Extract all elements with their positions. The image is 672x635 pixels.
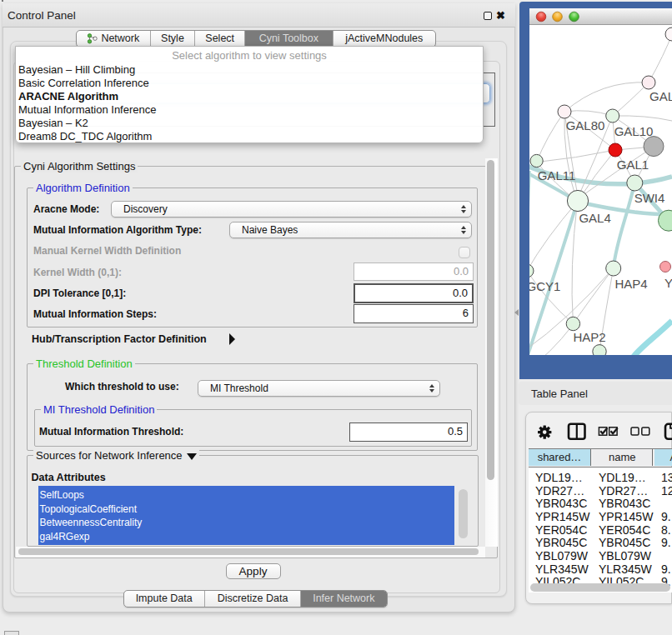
svg-text:GAL7: GAL7 [649,89,672,103]
svg-text:GAL1: GAL1 [617,158,649,172]
svg-text:GAL10: GAL10 [614,124,654,138]
svg-text:GAL11: GAL11 [538,168,576,182]
svg-text:GCY1: GCY1 [529,279,560,293]
svg-text:GAL80: GAL80 [566,118,605,132]
svg-text:GAL4: GAL4 [579,211,610,225]
svg-text:YM: YM [664,276,672,290]
svg-text:HAP4: HAP4 [614,277,647,291]
svg-text:HAP2: HAP2 [573,330,605,344]
svg-text:SWI4: SWI4 [634,191,665,205]
